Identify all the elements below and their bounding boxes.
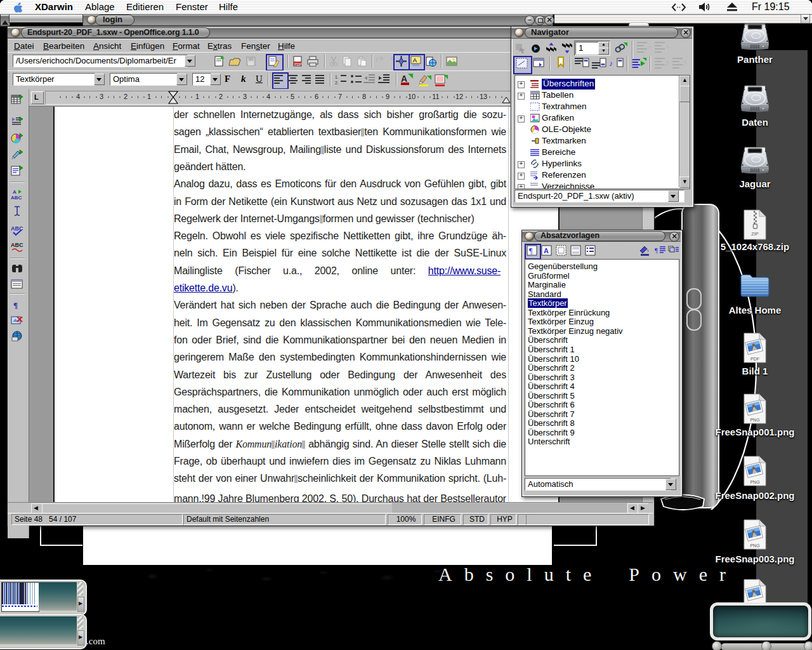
- svg-text:♪: ♪: [609, 59, 613, 68]
- svg-text:ZIP: ZIP: [751, 231, 759, 237]
- svg-text:¶: ¶: [13, 300, 18, 310]
- svg-text:2.: 2.: [335, 81, 339, 85]
- svg-text:A: A: [13, 189, 16, 195]
- svg-text:¶: ¶: [655, 246, 658, 254]
- svg-text:¶: ¶: [529, 246, 533, 255]
- svg-text:ABC: ABC: [11, 225, 23, 232]
- svg-text:A: A: [544, 247, 549, 255]
- svg-text:PNG: PNG: [750, 480, 759, 484]
- svg-text:PDF: PDF: [750, 357, 759, 361]
- svg-text:PNG: PNG: [750, 543, 759, 548]
- svg-text:PNG: PNG: [750, 418, 759, 422]
- svg-text:PDF: PDF: [294, 62, 302, 66]
- svg-text:ABC: ABC: [11, 242, 23, 248]
- svg-text:1.: 1.: [335, 75, 339, 79]
- svg-text:ABC: ABC: [11, 195, 22, 201]
